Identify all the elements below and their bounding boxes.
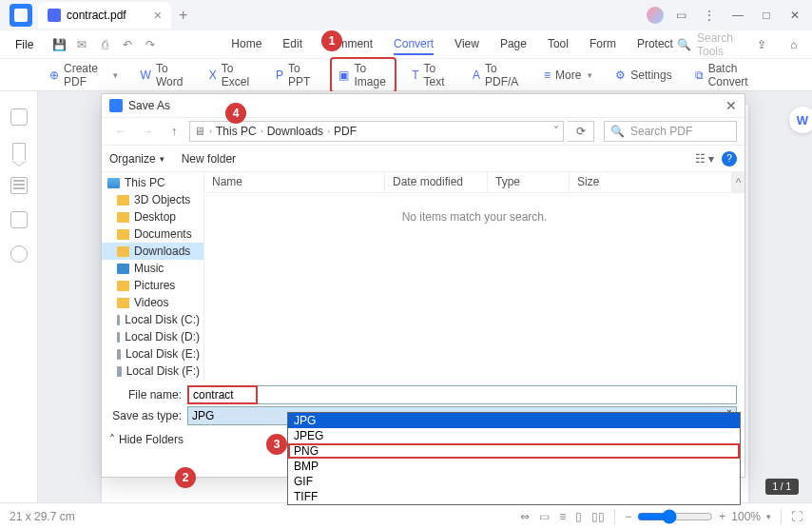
bookmark-icon[interactable]: [12, 143, 26, 160]
menu-convert[interactable]: Convert: [394, 34, 434, 55]
file-menu[interactable]: File: [8, 34, 41, 55]
minimize-button[interactable]: —: [725, 2, 751, 29]
dialog-search-input[interactable]: 🔍 Search PDF: [604, 121, 737, 142]
zoom-level[interactable]: 100%: [731, 510, 761, 523]
type-option-jpeg[interactable]: JPEG: [288, 428, 740, 443]
menu-view[interactable]: View: [454, 34, 479, 55]
tree-thispc[interactable]: This PC: [102, 174, 203, 191]
type-option-jpg[interactable]: JPG: [288, 413, 740, 428]
comments-icon[interactable]: [10, 211, 28, 228]
tree-desktop[interactable]: Desktop: [102, 208, 203, 225]
cloud-icon[interactable]: ⌂: [781, 31, 807, 58]
menu-form[interactable]: Form: [590, 34, 616, 55]
file-list-area[interactable]: ^ Name Date modified Type Size No items …: [204, 172, 744, 380]
callout-3: 3: [266, 434, 287, 455]
more-button[interactable]: ≡More▾: [536, 65, 600, 86]
refresh-button[interactable]: ⟳: [568, 121, 594, 142]
view-mode-button[interactable]: ☷ ▾: [695, 152, 714, 166]
type-option-png[interactable]: PNG: [288, 443, 740, 459]
document-tab[interactable]: contract.pdf ×: [38, 2, 171, 29]
file-name-input[interactable]: [187, 385, 258, 404]
tree-downloads[interactable]: Downloads: [102, 243, 203, 260]
zoom-out-button[interactable]: −: [625, 510, 631, 523]
dialog-toolbar: Organize▾ New folder ☷ ▾ ?: [102, 146, 744, 172]
tree-pictures[interactable]: Pictures: [102, 277, 203, 294]
to-pdfa-button[interactable]: ATo PDF/A: [465, 58, 529, 92]
layout-icon[interactable]: ≡: [559, 510, 566, 523]
mail-icon[interactable]: ✉: [71, 34, 92, 55]
more-icon[interactable]: ⋮: [696, 2, 723, 29]
zoom-slider[interactable]: [637, 509, 713, 524]
organize-button[interactable]: Organize▾: [109, 152, 164, 166]
col-name[interactable]: Name: [204, 172, 385, 192]
tree-localf[interactable]: Local Disk (F:): [102, 362, 203, 380]
page-indicator[interactable]: 1 / 1: [765, 479, 799, 495]
type-option-gif[interactable]: GIF: [288, 474, 740, 489]
redo-icon[interactable]: ↷: [140, 34, 161, 55]
undo-icon[interactable]: ↶: [117, 34, 138, 55]
tree-locald[interactable]: Local Disk (D:): [102, 328, 203, 345]
chevron-down-icon: ▾: [766, 512, 771, 521]
search-panel-icon[interactable]: [10, 245, 28, 263]
to-ppt-button[interactable]: PTo PPT: [268, 58, 322, 92]
col-type[interactable]: Type: [488, 172, 570, 192]
maximize-button[interactable]: □: [753, 2, 780, 29]
tree-locale[interactable]: Local Disk (E:): [102, 345, 203, 362]
fit-width-icon[interactable]: ⇔: [520, 510, 530, 523]
page-dimensions: 21 x 29.7 cm: [10, 510, 75, 523]
path-bar[interactable]: 🖥 › This PC › Downloads › PDF ˅: [189, 121, 564, 142]
fullscreen-icon[interactable]: ⛶: [791, 510, 802, 523]
col-date[interactable]: Date modified: [385, 172, 488, 192]
folder-tree[interactable]: This PC 3D Objects Desktop Documents Dow…: [102, 172, 204, 380]
to-text-button[interactable]: TTo Text: [404, 58, 457, 92]
nav-forward-button[interactable]: →: [136, 120, 159, 143]
nav-up-button[interactable]: ↑: [163, 120, 185, 143]
path-seg-pdf[interactable]: PDF: [334, 125, 357, 138]
to-word-button[interactable]: WTo Word: [133, 58, 194, 92]
file-type-dropdown[interactable]: JPG JPEG PNG BMP GIF TIFF: [287, 412, 741, 505]
tree-documents[interactable]: Documents: [102, 225, 203, 243]
thumbnails-icon[interactable]: [10, 108, 28, 126]
tree-3dobjects[interactable]: 3D Objects: [102, 191, 203, 208]
path-seg-downloads[interactable]: Downloads: [267, 125, 323, 138]
menu-protect[interactable]: Protect: [637, 34, 673, 55]
nav-back-button[interactable]: ←: [109, 120, 132, 143]
app-menu-icon[interactable]: ▭: [667, 2, 694, 29]
path-dropdown-icon[interactable]: ˅: [553, 125, 559, 138]
to-image-button[interactable]: ▣To Image: [330, 57, 396, 93]
zoom-in-button[interactable]: +: [719, 510, 725, 523]
user-avatar[interactable]: [647, 7, 664, 24]
type-option-bmp[interactable]: BMP: [288, 459, 740, 474]
save-icon[interactable]: 💾: [48, 34, 69, 55]
settings-button[interactable]: ⚙Settings: [608, 65, 679, 86]
tree-scroll-up[interactable]: ^: [731, 172, 744, 193]
menu-page[interactable]: Page: [500, 34, 527, 55]
tree-localc[interactable]: Local Disk (C:): [102, 311, 203, 328]
word-export-badge[interactable]: [789, 107, 812, 133]
two-page-icon[interactable]: ▯▯: [591, 510, 605, 523]
share-icon[interactable]: ⇪: [748, 31, 775, 58]
close-window-button[interactable]: ✕: [782, 2, 808, 29]
close-tab-icon[interactable]: ×: [154, 8, 162, 23]
menu-home[interactable]: Home: [231, 34, 261, 55]
new-tab-button[interactable]: +: [179, 7, 187, 24]
col-size[interactable]: Size: [570, 172, 744, 192]
single-page-icon[interactable]: ▯: [575, 510, 582, 523]
to-excel-button[interactable]: XTo Excel: [202, 58, 261, 92]
tree-music[interactable]: Music: [102, 260, 203, 277]
new-folder-button[interactable]: New folder: [182, 152, 236, 166]
type-option-tiff[interactable]: TIFF: [288, 489, 740, 504]
attachments-icon[interactable]: [10, 177, 28, 194]
file-name-input-rest[interactable]: [258, 385, 737, 404]
print-icon[interactable]: ⎙: [94, 34, 115, 55]
fit-page-icon[interactable]: ▭: [539, 510, 550, 523]
menu-edit[interactable]: Edit: [282, 34, 302, 55]
tree-videos[interactable]: Videos: [102, 294, 203, 311]
search-tools[interactable]: 🔍 Search Tools: [677, 31, 733, 58]
dialog-help-icon[interactable]: ?: [722, 151, 737, 167]
create-pdf-button[interactable]: ⊕Create PDF▾: [42, 58, 126, 92]
dialog-close-button[interactable]: ✕: [725, 98, 737, 113]
path-seg-thispc[interactable]: This PC: [216, 125, 257, 138]
batch-convert-button[interactable]: ⧉Batch Convert: [687, 58, 770, 92]
menu-tool[interactable]: Tool: [548, 34, 569, 55]
